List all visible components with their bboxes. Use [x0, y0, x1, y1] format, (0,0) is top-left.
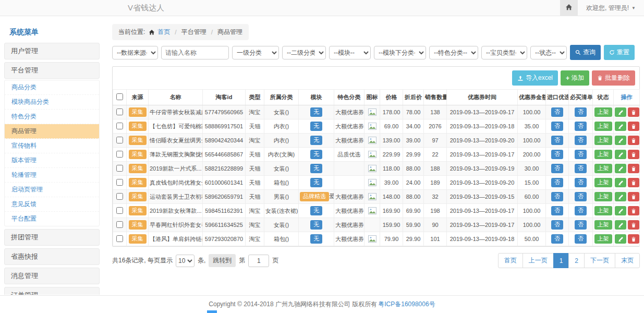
- delete-button[interactable]: [628, 150, 639, 159]
- delete-button[interactable]: [628, 206, 639, 215]
- import-excel-button[interactable]: 导入excel: [512, 70, 558, 86]
- sidebar-item[interactable]: 商品管理: [5, 124, 99, 139]
- edit-button[interactable]: [615, 122, 626, 131]
- status-badge: 上架: [594, 192, 612, 201]
- jump-button[interactable]: 跳转到: [209, 254, 236, 267]
- module-sub-category-select[interactable]: --模块下分类--: [374, 46, 426, 59]
- feature-category-select[interactable]: --特色分类--: [429, 46, 478, 59]
- edit-button[interactable]: [615, 150, 626, 159]
- sidebar-group[interactable]: 订单管理: [4, 287, 100, 295]
- sidebar-group[interactable]: 平台管理: [4, 62, 100, 79]
- discount-price: 29.90: [403, 232, 424, 246]
- row-checkbox[interactable]: [116, 179, 123, 186]
- row-checkbox[interactable]: [116, 109, 123, 115]
- pager-button[interactable]: 首页: [498, 253, 523, 268]
- row-checkbox[interactable]: [116, 207, 123, 214]
- table-row: 采集【七色纺】可爱纯棉家...588869917501天猫内衣()无大额优惠券6…: [113, 119, 640, 134]
- must-buy-badge: 否: [575, 150, 587, 159]
- name-search-input[interactable]: [161, 46, 229, 59]
- module-cell: 无: [299, 105, 334, 119]
- sidebar-item[interactable]: 轮播管理: [5, 168, 99, 183]
- pager-button[interactable]: 1: [553, 253, 569, 268]
- delete-button[interactable]: [628, 136, 639, 145]
- discount-price: 88.00: [403, 190, 424, 204]
- edit-button[interactable]: [615, 206, 626, 215]
- edit-button[interactable]: [615, 234, 626, 244]
- pager-button[interactable]: 2: [568, 253, 585, 268]
- status-select[interactable]: --状态--: [530, 46, 567, 59]
- level1-category-select[interactable]: 一级分类: [232, 46, 279, 59]
- sidebar-item[interactable]: 模块商品分类: [5, 95, 99, 110]
- product-category: 女装(): [264, 105, 299, 119]
- sidebar-group[interactable]: 拼团管理: [4, 229, 100, 246]
- module-select[interactable]: --模块--: [329, 46, 371, 59]
- icon-cell: [364, 148, 380, 162]
- module-badge: 无: [310, 122, 322, 130]
- edit-button[interactable]: [615, 136, 626, 145]
- pager-button[interactable]: 下一页: [584, 253, 615, 268]
- edit-button[interactable]: [615, 107, 626, 117]
- taoke-id: 577479560965: [203, 105, 246, 119]
- pager-button[interactable]: 末页: [615, 253, 640, 268]
- sales-count: 138: [424, 105, 447, 119]
- sidebar-item[interactable]: 特色分类: [5, 110, 99, 124]
- module-badge: 无: [310, 178, 322, 187]
- product-category: 内衣(): [264, 134, 299, 148]
- icon-cell: [364, 204, 380, 218]
- row-checkbox[interactable]: [116, 151, 123, 158]
- delete-button[interactable]: [628, 122, 639, 131]
- sidebar-item[interactable]: 平台配置: [5, 212, 99, 226]
- sidebar-item[interactable]: 版本管理: [5, 153, 99, 168]
- sidebar-item[interactable]: 宣传物料: [5, 139, 99, 153]
- product-name: 2019新款一片式系...: [149, 162, 203, 176]
- row-checkbox[interactable]: [116, 165, 123, 172]
- row-checkbox[interactable]: [116, 123, 123, 129]
- must-buy-badge: 否: [575, 178, 587, 187]
- home-button[interactable]: [560, 0, 578, 16]
- add-button[interactable]: + 添加: [561, 70, 589, 86]
- per-page-select[interactable]: 10: [176, 255, 195, 267]
- coupon-time: 2019-09-13—2019-09-17: [447, 105, 518, 119]
- item-type-select[interactable]: --宝贝类型--: [481, 46, 527, 59]
- edit-button[interactable]: [615, 220, 626, 230]
- batch-delete-button[interactable]: 批量删除: [592, 70, 635, 86]
- feature-category: 大额优惠券: [334, 190, 364, 204]
- row-checkbox[interactable]: [116, 137, 123, 143]
- row-checkbox[interactable]: [116, 235, 123, 242]
- ops-cell: [614, 162, 640, 176]
- sidebar-item[interactable]: 商品分类: [5, 80, 99, 95]
- sidebar-item[interactable]: 意见反馈: [5, 197, 99, 212]
- row-checkbox[interactable]: [116, 193, 123, 200]
- main-content: 当前位置: 首页 / 平台管理 / 商品管理 --数据来源--一级分类--二级分…: [112, 24, 640, 268]
- reset-button-label: 重置: [617, 48, 629, 57]
- level2-category-select[interactable]: --二级分类--: [282, 46, 326, 59]
- page-number-input[interactable]: [248, 255, 269, 267]
- row-checkbox[interactable]: [116, 221, 123, 228]
- icp-link[interactable]: 粤ICP备16098006号: [378, 300, 435, 309]
- breadcrumb-home-link[interactable]: 首页: [157, 28, 170, 37]
- select-all-checkbox[interactable]: [116, 93, 123, 100]
- delete-button[interactable]: [628, 234, 639, 244]
- data-source-select[interactable]: --数据来源--: [112, 46, 158, 59]
- coupon-time: 2019-09-13—2019-09-17: [447, 148, 518, 162]
- user-menu[interactable]: 欢迎您, 管理员! ▼: [578, 4, 644, 13]
- reset-button[interactable]: 重置: [604, 45, 635, 60]
- delete-button[interactable]: [628, 220, 639, 230]
- delete-button[interactable]: [628, 178, 639, 187]
- edit-button[interactable]: [615, 164, 626, 173]
- edit-button[interactable]: [615, 178, 626, 187]
- module-cell: 无: [299, 134, 334, 148]
- sidebar-group[interactable]: 用户管理: [4, 43, 100, 59]
- import-select-badge: 否: [551, 220, 563, 229]
- sidebar-group[interactable]: 消息管理: [4, 268, 100, 284]
- delete-button[interactable]: [628, 192, 639, 201]
- delete-button[interactable]: [628, 107, 639, 117]
- sidebar-item[interactable]: 启动页管理: [5, 183, 99, 197]
- source-badge: 采集: [129, 192, 147, 201]
- sidebar-group[interactable]: 省惠快报: [4, 248, 100, 265]
- pager-button[interactable]: 上一页: [523, 253, 554, 268]
- delete-button[interactable]: [628, 164, 639, 173]
- search-button[interactable]: 查询: [570, 45, 601, 60]
- column-header: 淘客id: [203, 90, 246, 105]
- edit-button[interactable]: [615, 192, 626, 201]
